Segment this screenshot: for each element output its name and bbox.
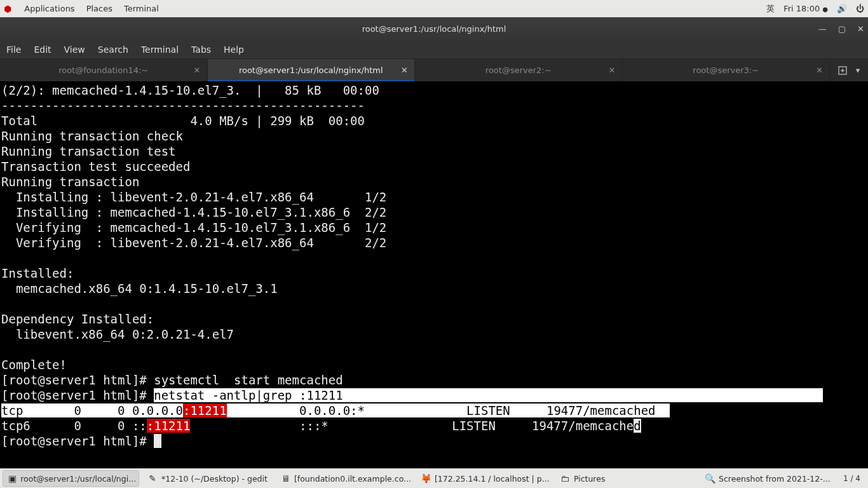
close-icon[interactable]: ✕ [609, 65, 616, 75]
image-icon: 🔍 [705, 473, 715, 484]
terminal-line: Installed: [1, 266, 74, 280]
terminal-line: [root@server1 html]# systemctl start mem… [1, 373, 343, 387]
taskbar-item-label: Pictures [574, 474, 606, 484]
terminal-tab-server3[interactable]: root@server3:~ ✕ [623, 59, 831, 81]
taskbar-item-terminal[interactable]: ▣ root@server1:/usr/local/ngi... [3, 470, 139, 487]
window-titlebar[interactable]: root@server1:/usr/local/nginx/html — ▢ ✕ [0, 17, 868, 40]
terminal-line: (2/2): memcached-1.4.15-10.el7_3. | 85 k… [1, 83, 379, 97]
grep-match: :11211 [183, 403, 227, 417]
tab-label: root@server3:~ [693, 65, 759, 75]
terminal-icon: ▣ [8, 473, 17, 484]
menu-tabs[interactable]: Tabs [191, 44, 211, 55]
terminal-content[interactable]: (2/2): memcached-1.4.15-10.el7_3. | 85 k… [0, 81, 868, 468]
panel-places[interactable]: Places [86, 4, 112, 13]
window-maximize-button[interactable]: ▢ [838, 24, 846, 34]
terminal-line: Running transaction test [1, 144, 176, 158]
taskbar-item-imageviewer[interactable]: 🔍 Screenshot from 2021-12-... [699, 470, 836, 487]
menubar: File Edit View Search Terminal Tabs Help [0, 40, 868, 59]
terminal-text: :::* LISTEN 19477/memcache [190, 419, 634, 433]
taskbar-item-label: Screenshot from 2021-12-... [719, 474, 831, 484]
panel-applications[interactable]: Applications [24, 4, 74, 13]
panel-clock[interactable]: Fri 18:00● [783, 4, 828, 13]
taskbar-item-label: root@server1:/usr/local/ngi... [20, 474, 136, 484]
terminal-line: Running transaction check [1, 129, 183, 143]
tab-label: root@server1:/usr/local/nginx/html [239, 65, 383, 75]
redhat-icon: ⬢ [4, 4, 11, 14]
terminal-tabbar: root@foundation14:~ ✕ root@server1:/usr/… [0, 59, 868, 81]
terminal-line: Transaction test succeeded [1, 159, 190, 173]
menu-file[interactable]: File [6, 44, 21, 55]
taskbar-item-files[interactable]: 🗀 Pictures [554, 470, 611, 487]
terminal-line: Total 4.0 MB/s | 299 kB 00:00 [1, 114, 365, 128]
virt-icon: 🖥 [281, 473, 290, 484]
terminal-line: [root@server1 html]# [1, 388, 154, 402]
workspace-indicator[interactable]: 1 / 4 [838, 474, 865, 483]
new-tab-icon[interactable] [838, 66, 847, 75]
terminal-line: tcp6 0 0 :: [1, 419, 147, 433]
terminal-tab-server2[interactable]: root@server2:~ ✕ [415, 59, 623, 81]
input-method-indicator[interactable]: 英 [766, 3, 775, 15]
terminal-line: Verifying : memcached-1.4.15-10.el7_3.1.… [1, 220, 386, 234]
terminal-line: ----------------------------------------… [1, 98, 365, 112]
close-icon[interactable]: ✕ [194, 65, 201, 75]
tab-label: root@server2:~ [485, 65, 552, 75]
taskbar-item-virt[interactable]: 🖥 [foundation0.ilt.example.co... [276, 470, 412, 487]
close-icon[interactable]: ✕ [401, 65, 408, 75]
gedit-icon: ✎ [147, 473, 158, 484]
terminal-tab-foundation14[interactable]: root@foundation14:~ ✕ [0, 59, 208, 81]
taskbar-item-firefox[interactable]: 🦊 [172.25.14.1 / localhost | p... [415, 470, 552, 487]
close-icon[interactable]: ✕ [816, 65, 823, 75]
terminal-selected-char: d [634, 419, 641, 433]
menu-terminal[interactable]: Terminal [141, 44, 179, 55]
terminal-line: tcp 0 0 0.0.0.0:11211 0.0.0.0:* LISTEN 1… [1, 403, 670, 417]
folder-icon: 🗀 [560, 473, 570, 484]
gnome-top-panel: ⬢ Applications Places Terminal 英 Fri 18:… [0, 0, 868, 17]
power-icon[interactable]: ⏻ [856, 4, 864, 13]
terminal-line: Complete! [1, 358, 67, 372]
window-minimize-button[interactable]: — [818, 24, 827, 34]
volume-icon[interactable]: 🔊 [837, 4, 847, 13]
window-title: root@server1:/usr/local/nginx/html [362, 24, 506, 34]
terminal-line: Running transaction [1, 175, 139, 189]
bottom-taskbar: ▣ root@server1:/usr/local/ngi... ✎ *12-1… [0, 468, 868, 488]
terminal-line: libevent.x86_64 0:2.0.21-4.el7 [1, 327, 234, 341]
terminal-line: Installing : libevent-2.0.21-4.el7.x86_6… [1, 190, 386, 204]
terminal-tab-server1[interactable]: root@server1:/usr/local/nginx/html ✕ [208, 59, 416, 81]
chevron-down-icon[interactable]: ▾ [856, 65, 860, 75]
tab-label: root@foundation14:~ [58, 65, 148, 75]
firefox-icon: 🦊 [421, 473, 431, 484]
window-close-button[interactable]: ✕ [857, 24, 864, 34]
taskbar-item-label: *12-10 (~/Desktop) - gedit [161, 474, 268, 484]
menu-search[interactable]: Search [98, 44, 128, 55]
taskbar-item-label: [foundation0.ilt.example.co... [294, 474, 411, 484]
taskbar-item-gedit[interactable]: ✎ *12-10 (~/Desktop) - gedit [142, 470, 273, 487]
terminal-line: memcached.x86_64 0:1.4.15-10.el7_3.1 [1, 281, 278, 295]
terminal-line: Dependency Installed: [1, 312, 154, 326]
menu-help[interactable]: Help [224, 44, 244, 55]
terminal-prompt: [root@server1 html]# [1, 434, 154, 448]
grep-match: :11211 [147, 419, 191, 433]
cursor-icon [154, 434, 161, 448]
terminal-highlight: netstat -antlp|grep :11211 [154, 388, 822, 402]
menu-view[interactable]: View [64, 44, 85, 55]
panel-terminal[interactable]: Terminal [124, 4, 159, 13]
menu-edit[interactable]: Edit [34, 44, 51, 55]
terminal-line: Installing : memcached-1.4.15-10.el7_3.1… [1, 205, 386, 219]
terminal-line: Verifying : libevent-2.0.21-4.el7.x86_64… [1, 236, 386, 250]
taskbar-item-label: [172.25.14.1 / localhost | p... [435, 474, 550, 484]
